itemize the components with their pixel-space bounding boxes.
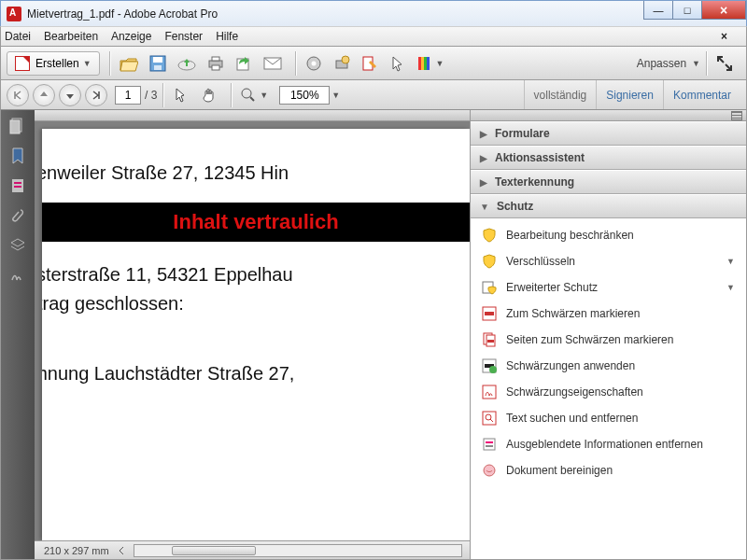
create-label: Erstellen	[35, 57, 79, 70]
app-icon	[7, 7, 21, 21]
selection-tool-button[interactable]	[169, 83, 193, 107]
section-ocr[interactable]: ▶Texterkennung	[471, 170, 746, 194]
svg-rect-2	[154, 65, 162, 70]
edit-pdf-icon	[361, 55, 378, 72]
svg-rect-14	[418, 57, 421, 70]
chevron-down-icon: ▼	[260, 91, 268, 100]
thumbnails-icon[interactable]	[9, 118, 26, 134]
create-button[interactable]: Erstellen ▼	[7, 51, 100, 76]
item-redaction-properties[interactable]: Schwärzungseigenschaften	[471, 379, 746, 405]
item-restrict-editing[interactable]: Bearbeitung beschränken	[471, 222, 746, 248]
item-search-remove-text[interactable]: Text suchen und entfernen	[471, 405, 746, 431]
chevron-left-icon[interactable]	[117, 546, 126, 555]
signatures-icon[interactable]	[9, 267, 26, 284]
open-button[interactable]	[116, 51, 142, 76]
share-button[interactable]	[232, 51, 256, 76]
customize-label[interactable]: Anpassen	[637, 57, 686, 70]
hand-tool-button[interactable]	[197, 83, 221, 107]
section-ocr-label: Texterkennung	[495, 175, 574, 189]
edit-pdf-button[interactable]	[358, 51, 382, 76]
menubar-close-icon[interactable]: ×	[721, 30, 727, 43]
tab-full[interactable]: vollständig	[524, 80, 597, 109]
item-sanitize-document[interactable]: Dokument bereinigen	[471, 457, 746, 483]
menu-file[interactable]: Datei	[5, 30, 31, 43]
email-button[interactable]	[260, 51, 286, 76]
redaction-overlay: Inhalt vertraulich	[42, 203, 470, 242]
tools-header-strip	[471, 110, 746, 121]
scrollbar-thumb[interactable]	[172, 546, 256, 555]
section-action-wizard[interactable]: ▶Aktionsassistent	[471, 146, 746, 170]
main-area: Muster, Liebenweiler Straße 27, 12345 Hi…	[0, 110, 747, 560]
last-page-button[interactable]	[85, 84, 107, 106]
redact-apply-icon	[482, 358, 497, 373]
share-icon	[235, 55, 252, 72]
fullscreen-button[interactable]	[712, 51, 737, 76]
item-remove-hidden-info[interactable]: Ausgeblendete Informationen entfernen	[471, 431, 746, 457]
window-maximize-button[interactable]: □	[672, 1, 702, 20]
menu-help[interactable]: Hilfe	[216, 30, 238, 43]
tab-comment[interactable]: Kommentar	[663, 80, 740, 109]
print-production-icon	[333, 55, 350, 72]
window-minimize-button[interactable]: —	[643, 1, 673, 20]
svg-point-18	[242, 89, 251, 98]
menu-bar: Datei Bearbeiten Anzeige Fenster Hilfe ×	[0, 26, 747, 47]
save-button[interactable]	[146, 51, 170, 76]
layers-icon[interactable]	[9, 237, 26, 254]
svg-point-32	[489, 366, 497, 373]
item-apply-redactions[interactable]: Schwärzungen anwenden	[471, 353, 746, 379]
section-protection[interactable]: ▼Schutz	[471, 194, 746, 218]
svg-rect-16	[424, 57, 427, 70]
document-area: Muster, Liebenweiler Straße 27, 12345 Hi…	[35, 110, 470, 559]
select-tool-button[interactable]	[386, 51, 410, 76]
page-size-label: 210 x 297 mm	[44, 545, 109, 556]
item-mark-pages-redaction[interactable]: Seiten zum Schwärzen markieren	[471, 327, 746, 353]
attachment-icon[interactable]	[9, 207, 26, 224]
bookmark-icon[interactable]	[9, 147, 26, 164]
shield-icon	[482, 228, 497, 243]
menu-edit[interactable]: Bearbeiten	[44, 30, 98, 43]
svg-rect-29	[487, 340, 494, 343]
panel-menu-icon[interactable]	[731, 111, 742, 120]
redaction-label: Inhalt vertraulich	[173, 210, 338, 233]
document-page[interactable]: Muster, Liebenweiler Straße 27, 12345 Hi…	[42, 129, 470, 540]
horizontal-scrollbar[interactable]	[134, 544, 462, 557]
first-page-button[interactable]	[7, 84, 29, 106]
page-panel-icon[interactable]	[9, 177, 26, 194]
triangle-right-icon: ▶	[480, 129, 487, 139]
chevron-down-icon[interactable]: ▼	[331, 91, 340, 100]
menu-view[interactable]: Anzeige	[111, 30, 151, 43]
zoom-input[interactable]	[279, 86, 330, 105]
triangle-right-icon: ▶	[480, 153, 487, 163]
item-mark-redaction[interactable]: Zum Schwärzen markieren	[471, 301, 746, 327]
print-button[interactable]	[204, 51, 228, 76]
page-number-input[interactable]	[115, 86, 141, 105]
print-production-button[interactable]	[330, 51, 354, 76]
next-page-button[interactable]	[59, 84, 81, 106]
save-icon	[149, 55, 166, 72]
triangle-down-icon: ▼	[480, 202, 489, 212]
cloud-upload-icon	[177, 56, 196, 71]
svg-rect-17	[427, 57, 430, 70]
zoom-marquee-button[interactable]: ▼	[237, 83, 272, 107]
navigation-toolbar: / 3 ▼ ▼ vollständig Signieren Kommentar	[0, 80, 747, 110]
page-total-label: / 3	[145, 89, 157, 102]
chevron-down-icon[interactable]: ▼	[692, 59, 700, 68]
triangle-right-icon: ▶	[480, 177, 487, 188]
cloud-button[interactable]	[174, 51, 200, 76]
window-close-button[interactable]: ×	[701, 1, 746, 20]
hidden-info-icon	[482, 437, 497, 452]
left-nav-pane	[1, 110, 35, 559]
tab-sign[interactable]: Signieren	[596, 80, 663, 109]
color-button[interactable]: ▼	[414, 51, 448, 76]
section-forms-label: Formulare	[495, 127, 550, 140]
prev-page-button[interactable]	[33, 84, 55, 106]
item-advanced-protection[interactable]: Erweiterter Schutz▼	[471, 274, 746, 301]
svg-rect-22	[14, 182, 21, 184]
doc-line-4: vird die Wohnung Lauchstädter Straße 27,	[42, 363, 470, 385]
arrow-up-icon	[39, 91, 49, 100]
gear-button[interactable]	[302, 51, 326, 76]
section-forms[interactable]: ▶Formulare	[471, 121, 746, 146]
item-encrypt[interactable]: Verschlüsseln▼	[471, 248, 746, 274]
menu-window[interactable]: Fenster	[164, 30, 203, 43]
main-toolbar: Erstellen ▼ ▼ Anpassen ▼	[0, 47, 747, 80]
